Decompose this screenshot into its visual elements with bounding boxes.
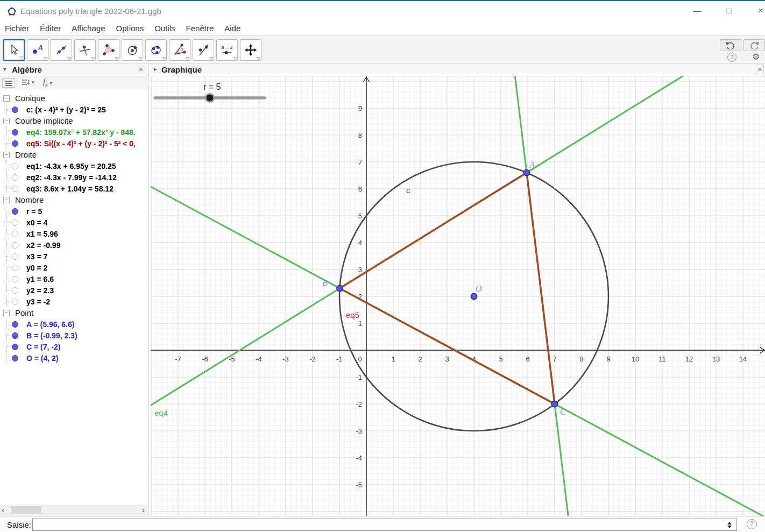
algebra-item[interactable]: c: (x - 4)² + (y - 2)² = 25: [7, 104, 148, 115]
point-O[interactable]: [471, 293, 477, 299]
menu-item-outils[interactable]: Outils: [149, 24, 180, 33]
tool-dropdown-icon[interactable]: ▽: [139, 56, 142, 61]
visibility-dot[interactable]: [12, 129, 18, 136]
point-A[interactable]: [523, 169, 529, 175]
menu-item-fentre[interactable]: Fenêtre: [181, 24, 219, 33]
visibility-dot[interactable]: [12, 140, 18, 147]
input-help-icon[interactable]: ?: [747, 519, 757, 529]
menu-item-aide[interactable]: Aide: [219, 24, 246, 33]
toolbar-help-icon[interactable]: ?: [727, 53, 736, 62]
visibility-dot[interactable]: [12, 174, 18, 181]
visibility-dot[interactable]: [12, 332, 18, 339]
tool-line[interactable]: ▽: [51, 39, 72, 61]
algebra-item[interactable]: eq3: 8.6x + 1.04y = 58.12: [7, 183, 148, 194]
tool-dropdown-icon[interactable]: ▽: [115, 56, 118, 61]
toolbar-settings-gear-icon[interactable]: ⚙: [752, 52, 760, 62]
collapse-minus-icon[interactable]: −: [3, 95, 10, 102]
tool-move-graphics-view[interactable]: ▽: [240, 39, 261, 61]
scrollbar-thumb[interactable]: [11, 506, 41, 514]
tool-reflection[interactable]: ▽: [193, 39, 214, 61]
algebra-item[interactable]: x0 = 4: [7, 217, 148, 228]
algebra-item[interactable]: A = (5.96, 6.6): [7, 318, 148, 330]
algebra-section-courbe-implicite[interactable]: −Courbe implicite: [0, 115, 148, 126]
collapse-minus-icon[interactable]: −: [3, 118, 10, 124]
graphics-close-icon[interactable]: ×: [756, 65, 764, 74]
collapse-minus-icon[interactable]: −: [3, 197, 10, 203]
menu-item-diter[interactable]: Éditer: [34, 24, 66, 33]
minimize-button[interactable]: —: [690, 4, 705, 17]
algebra-close-icon[interactable]: ×: [137, 65, 145, 74]
algebra-item[interactable]: eq2: -4.3x - 7.99y = -14.12: [7, 172, 148, 183]
auxiliary-objects-toggle[interactable]: [2, 78, 15, 88]
command-input[interactable]: [32, 519, 737, 531]
tool-dropdown-icon[interactable]: ▽: [257, 56, 260, 61]
tool-angle[interactable]: α▽: [169, 39, 190, 61]
algebra-item[interactable]: r = 5: [7, 205, 148, 217]
algebra-collapse-icon[interactable]: ▾: [3, 66, 6, 73]
function-display-dropdown[interactable]: fx ▾: [43, 77, 52, 88]
tool-dropdown-icon[interactable]: ▽: [20, 56, 23, 60]
tool-move[interactable]: ▽: [3, 39, 25, 61]
tool-dropdown-icon[interactable]: ▽: [233, 56, 237, 61]
point-B[interactable]: [337, 285, 343, 291]
visibility-dot[interactable]: [12, 186, 18, 192]
collapse-minus-icon[interactable]: −: [3, 152, 10, 158]
algebra-section-nombre[interactable]: −Nombre: [0, 194, 148, 205]
algebra-item[interactable]: y3 = -2: [7, 296, 148, 307]
algebra-item[interactable]: eq4: 159.07x³ + 57.82x² y - 848.: [7, 126, 148, 138]
input-history-spinner-icon[interactable]: [727, 522, 732, 528]
algebra-item[interactable]: eq5: Si((x - 4)² + (y - 2)² - 5² < 0,: [7, 138, 148, 149]
visibility-dot[interactable]: [12, 242, 18, 249]
menu-item-options[interactable]: Options: [110, 24, 149, 33]
graphics-view[interactable]: -7-6-5-4-3-2-112345678910111213149876543…: [151, 76, 765, 516]
visibility-dot[interactable]: [12, 253, 18, 260]
algebra-item[interactable]: x3 = 7: [7, 251, 148, 262]
menu-item-fichier[interactable]: Fichier: [0, 24, 34, 33]
tool-slider[interactable]: a = 2▽: [216, 39, 238, 61]
tool-polygon[interactable]: ▽: [98, 39, 119, 61]
tool-dropdown-icon[interactable]: ▽: [68, 56, 71, 61]
close-button[interactable]: ×: [753, 4, 765, 17]
visibility-dot[interactable]: [12, 208, 18, 215]
visibility-dot[interactable]: [12, 163, 18, 169]
redo-button[interactable]: [743, 39, 765, 51]
tool-dropdown-icon[interactable]: ▽: [162, 56, 166, 61]
visibility-dot[interactable]: [12, 321, 18, 328]
tool-dropdown-icon[interactable]: ▽: [210, 56, 213, 61]
maximize-button[interactable]: □: [721, 4, 736, 17]
visibility-dot[interactable]: [12, 287, 18, 294]
visibility-dot[interactable]: [12, 219, 18, 226]
visibility-dot[interactable]: [12, 265, 18, 271]
algebra-item[interactable]: x1 = 5.96: [7, 228, 148, 239]
visibility-dot[interactable]: [12, 231, 18, 237]
algebra-item[interactable]: y1 = 6.6: [7, 273, 148, 285]
algebra-item[interactable]: y0 = 2: [7, 262, 148, 273]
tool-dropdown-icon[interactable]: ▽: [44, 56, 47, 61]
tool-conic[interactable]: ▽: [145, 39, 167, 61]
algebra-item[interactable]: O = (4, 2): [7, 352, 148, 364]
tool-circle[interactable]: ▽: [122, 39, 143, 61]
algebra-section-conique[interactable]: −Conique: [0, 93, 148, 104]
scroll-right-icon[interactable]: ›: [142, 505, 145, 514]
point-C[interactable]: [551, 401, 557, 407]
visibility-dot[interactable]: [12, 107, 18, 113]
visibility-dot[interactable]: [12, 299, 18, 305]
algebra-item[interactable]: y2 = 2.3: [7, 285, 148, 296]
algebra-item[interactable]: C = (7, -2): [7, 341, 148, 352]
visibility-dot[interactable]: [12, 344, 18, 350]
algebra-horizontal-scrollbar[interactable]: ‹ ›: [0, 505, 148, 516]
undo-button[interactable]: [720, 39, 741, 51]
visibility-dot[interactable]: [12, 355, 18, 361]
tool-perpendicular-line[interactable]: ▽: [74, 39, 96, 61]
algebra-item[interactable]: eq1: -4.3x + 6.95y = 20.25: [7, 160, 148, 172]
graphics-expand-icon[interactable]: ▸: [154, 66, 157, 73]
tool-point[interactable]: A▽: [27, 39, 48, 61]
algebra-section-droite[interactable]: −Droite: [0, 149, 148, 160]
algebra-item[interactable]: B = (-0.99, 2.3): [7, 330, 148, 341]
scroll-left-icon[interactable]: ‹: [2, 505, 4, 514]
visibility-dot[interactable]: [12, 276, 18, 282]
collapse-minus-icon[interactable]: −: [3, 310, 10, 316]
algebra-item[interactable]: x2 = -0.99: [7, 239, 148, 251]
menu-item-affichage[interactable]: Affichage: [66, 24, 110, 33]
slider-knob[interactable]: [207, 95, 213, 101]
